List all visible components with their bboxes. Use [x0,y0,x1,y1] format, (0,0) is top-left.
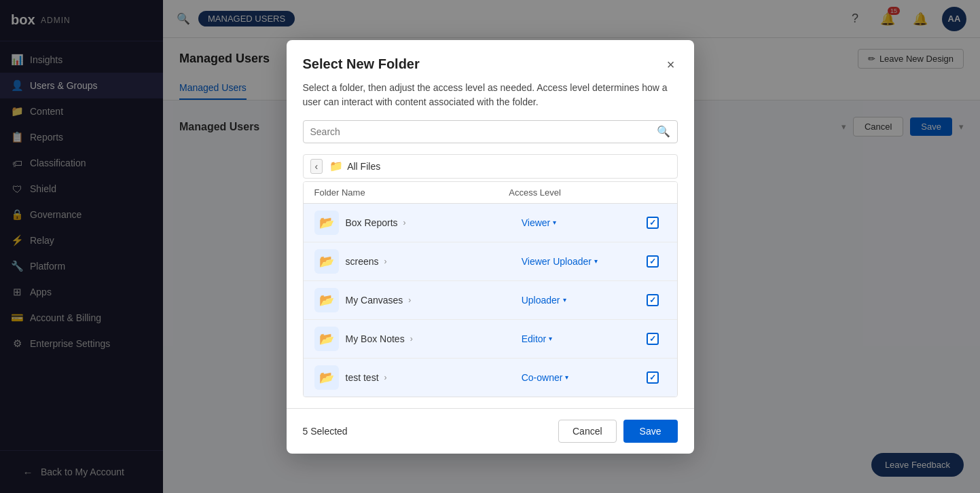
col-check-header [639,187,666,198]
checkmark-icon: ✓ [649,218,656,227]
folder-name: Box Reports [346,217,398,228]
modal-title: Select New Folder [303,56,420,72]
modal-close-button[interactable]: × [664,56,678,73]
folder-chevron-icon: › [410,334,413,344]
modal-footer: 5 Selected Cancel Save [287,408,694,454]
access-level-label: Viewer [522,217,551,228]
modal-save-button[interactable]: Save [623,420,678,443]
folder-nav-path-label: All Files [347,161,380,172]
folder-name-cell: My Box Notes › [346,333,522,344]
folder-name: screens [346,256,379,267]
check-cell: ✓ [639,294,666,306]
folder-name-cell: Box Reports › [346,217,522,228]
dropdown-caret-icon: ▾ [563,296,566,304]
folder-name: My Box Notes [346,333,405,344]
folder-row[interactable]: 📂 screens › Viewer Uploader ▾ ✓ [304,242,677,281]
access-level-label: Uploader [522,295,560,306]
folder-name-cell: test test › [346,372,522,383]
folder-icon-screens: 📂 [314,249,339,274]
folder-icon: 📂 [319,254,334,269]
access-level-cell: Viewer ▾ [522,217,639,228]
access-level-label: Editor [522,333,547,344]
select-folder-modal: Select New Folder × Select a folder, the… [287,40,694,454]
check-cell: ✓ [639,255,666,268]
folder-name-cell: My Canvases › [346,295,522,306]
folder-row[interactable]: 📂 My Canvases › Uploader ▾ ✓ [304,281,677,320]
checkmark-icon: ✓ [649,257,656,266]
folder-icon: 📂 [319,370,334,385]
folder-name: test test [346,372,379,383]
folder-table-header: Folder Name Access Level [304,182,677,204]
folder-icon-my-box-notes: 📂 [314,327,339,351]
access-level-cell: Co-owner ▾ [522,372,639,383]
footer-actions: Cancel Save [558,420,678,443]
dropdown-caret-icon: ▾ [549,335,552,342]
folder-checkbox-3[interactable]: ✓ [647,333,659,345]
folder-chevron-icon: › [403,218,406,227]
folder-checkbox-0[interactable]: ✓ [647,217,659,229]
dropdown-caret-icon: ▾ [553,219,556,226]
modal-search-input[interactable] [310,121,651,143]
checkmark-icon: ✓ [649,295,656,305]
folder-nav-bar: ‹ 📁 All Files [303,154,678,179]
folder-checkbox-1[interactable]: ✓ [647,255,659,268]
folder-icon: 📂 [319,215,334,230]
checkmark-icon: ✓ [649,334,656,344]
access-level-label: Co-owner [522,372,563,383]
modal-search-bar: 🔍 [303,120,678,143]
checkmark-icon: ✓ [649,373,656,382]
col-folder-name-header: Folder Name [314,187,509,198]
folder-icon: 📂 [319,293,334,308]
access-level-cell: Uploader ▾ [522,295,639,306]
modal-cancel-button[interactable]: Cancel [558,420,617,443]
col-access-level-header: Access Level [509,187,638,198]
folder-back-button[interactable]: ‹ [310,159,323,174]
check-cell: ✓ [639,217,666,229]
selected-count: 5 Selected [303,426,348,437]
check-cell: ✓ [639,333,666,345]
check-cell: ✓ [639,371,666,384]
dropdown-caret-icon: ▾ [594,257,598,265]
modal-search-icon: 🔍 [657,125,670,138]
folder-row[interactable]: 📂 Box Reports › Viewer ▾ ✓ [304,204,677,242]
access-level-dropdown-1[interactable]: Viewer Uploader ▾ [522,256,598,267]
access-level-label: Viewer Uploader [522,256,592,267]
folder-checkbox-2[interactable]: ✓ [647,294,659,306]
access-level-dropdown-0[interactable]: Viewer ▾ [522,217,557,228]
access-level-cell: Editor ▾ [522,333,639,344]
modal-overlay: Select New Folder × Select a folder, the… [0,0,980,493]
folder-icon-my-canvases: 📂 [314,288,339,312]
access-level-dropdown-4[interactable]: Co-owner ▾ [522,372,569,383]
folder-row[interactable]: 📂 test test › Co-owner ▾ ✓ [304,359,677,397]
folder-chevron-icon: › [384,373,387,382]
folder-chevron-icon: › [384,257,387,266]
folder-nav-icon: 📁 [329,160,343,172]
access-level-dropdown-3[interactable]: Editor ▾ [522,333,553,344]
folder-chevron-icon: › [408,295,411,305]
folder-row[interactable]: 📂 My Box Notes › Editor ▾ ✓ [304,320,677,359]
dropdown-caret-icon: ▾ [565,373,568,381]
folder-name: My Canvases [346,295,403,306]
folder-icon: 📂 [319,331,334,346]
folder-nav-path: 📁 All Files [329,160,380,172]
folder-name-cell: screens › [346,256,522,267]
access-level-dropdown-2[interactable]: Uploader ▾ [522,295,566,306]
access-level-cell: Viewer Uploader ▾ [522,256,639,267]
folder-icon-test-test: 📂 [314,365,339,390]
folder-table: Folder Name Access Level 📂 Box Reports ›… [303,181,678,397]
folder-checkbox-4[interactable]: ✓ [647,371,659,384]
modal-description: Select a folder, then adjust the access … [287,81,694,120]
modal-header: Select New Folder × [287,40,694,81]
folder-icon-box-reports: 📂 [314,211,339,235]
